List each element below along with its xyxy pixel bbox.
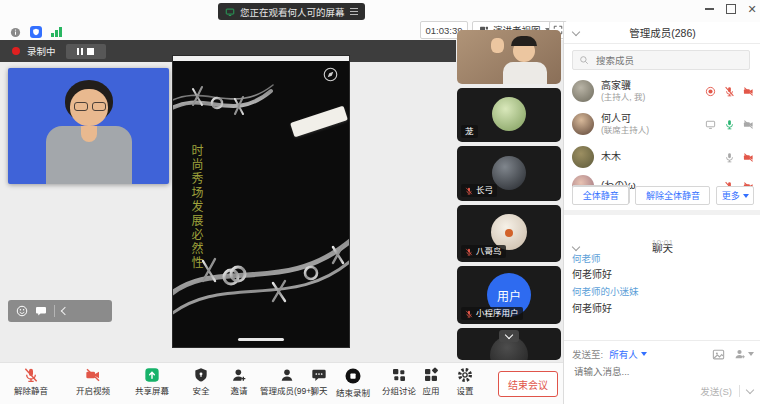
toolbar-apps-button[interactable]: 应用	[414, 367, 448, 396]
member-row[interactable]: 何人可 (联席主持人)	[572, 110, 754, 138]
video-thumbnail[interactable]: 长弓	[457, 146, 561, 201]
member-row[interactable]: 高家骥 (主持人, 我)	[572, 77, 754, 105]
protection-icon[interactable]	[30, 26, 42, 38]
camera-off-icon[interactable]	[743, 86, 754, 97]
send-to-label: 发送至:	[572, 347, 603, 361]
screen-share-status-icon	[225, 7, 235, 17]
video-thumbnail-partial[interactable]	[457, 328, 561, 360]
mic-on-icon[interactable]	[724, 119, 735, 130]
person-add-icon	[734, 348, 746, 360]
minimize-button[interactable]	[702, 3, 716, 15]
mic-icon[interactable]	[724, 152, 735, 163]
send-divider	[739, 385, 740, 397]
member-role: (主持人, 我)	[601, 92, 645, 103]
avatar	[572, 113, 594, 135]
smiley-icon[interactable]	[16, 305, 28, 317]
collapse-members-icon[interactable]	[572, 28, 580, 36]
camera-off-icon[interactable]	[743, 119, 754, 130]
video-thumbnail[interactable]: 八哥鸟	[457, 205, 561, 262]
unmute-all-button[interactable]: 解除全体静音	[635, 186, 710, 205]
recording-dot-icon	[12, 47, 20, 55]
presenter-glasses	[74, 102, 88, 111]
close-button[interactable]: ✕	[745, 3, 759, 15]
speaker-hand	[491, 38, 504, 53]
self-video-panel[interactable]	[8, 68, 169, 184]
section-divider	[564, 210, 760, 215]
participant-name: 茏	[465, 126, 474, 137]
speaker-hair	[511, 36, 537, 46]
recording-label: 录制中	[27, 44, 56, 58]
chat-sender[interactable]: 何老师的小迷妹	[572, 285, 639, 298]
mic-off-icon	[465, 187, 473, 195]
meeting-status-icons	[10, 26, 62, 38]
mic-off-icon	[465, 310, 473, 318]
send-image-icon[interactable]	[712, 348, 725, 361]
mic-off-icon	[23, 367, 39, 383]
participant-name: 小程序用户	[476, 308, 519, 319]
video-thumbnail-speaker[interactable]	[457, 30, 561, 84]
participant-name: 长弓	[476, 185, 493, 196]
video-thumbnail[interactable]: 用户 小程序用户	[457, 266, 561, 324]
private-chat-selector[interactable]	[734, 348, 754, 360]
avatar-detail	[505, 229, 513, 237]
search-icon	[579, 55, 589, 65]
shared-screen-slide: 时尚秀场发展必然性	[173, 56, 349, 347]
maximize-button[interactable]	[724, 3, 738, 15]
more-button[interactable]: 更多	[716, 186, 754, 205]
toolbar-invite-button[interactable]: 邀请	[222, 367, 256, 396]
stop-record-icon	[344, 367, 362, 385]
stop-recording-button[interactable]	[87, 48, 94, 55]
network-signal-icon[interactable]	[51, 27, 62, 37]
members-panel-header: 管理成员(286)	[564, 22, 760, 44]
gear-icon	[457, 367, 473, 383]
watching-screen-banner[interactable]: 您正在观看何人可的屏幕	[218, 3, 365, 20]
send-to-selector[interactable]: 所有人	[609, 347, 647, 361]
collapse-pill-icon[interactable]	[61, 307, 69, 315]
pill-divider	[54, 305, 55, 317]
scroll-more-button[interactable]	[499, 330, 519, 342]
toolbar-settings-button[interactable]: 设置	[448, 367, 482, 396]
home-indicator	[238, 338, 284, 341]
send-options-icon[interactable]	[746, 386, 754, 394]
composer-divider	[564, 340, 760, 341]
breakout-rooms-icon	[391, 367, 407, 383]
member-row[interactable]: 木木	[572, 145, 754, 169]
end-meeting-button[interactable]: 结束会议	[498, 371, 558, 397]
chat-bubble-icon	[311, 367, 327, 383]
person-icon	[279, 367, 295, 383]
toolbar-stop-recording-button[interactable]: 结束录制	[330, 367, 376, 398]
banner-menu-icon[interactable]	[350, 11, 358, 12]
camera-off-icon[interactable]	[743, 152, 754, 163]
watching-banner-text: 您正在观看何人可的屏幕	[240, 5, 345, 19]
toolbar-security-button[interactable]: 安全	[184, 367, 218, 396]
avatar	[492, 97, 526, 131]
member-role: (联席主持人)	[601, 125, 649, 136]
send-button[interactable]: 发送(S)	[700, 384, 732, 398]
toolbar-share-screen-button[interactable]: 共享屏幕	[128, 367, 176, 396]
chat-sender[interactable]: 何老师	[572, 252, 601, 265]
pause-recording-button[interactable]	[77, 48, 79, 55]
chat-message: 何老师好	[572, 268, 612, 281]
slide-vertical-title: 时尚秀场发展必然性	[189, 144, 203, 284]
info-icon[interactable]	[10, 27, 21, 38]
share-screen-icon	[144, 367, 160, 383]
mute-all-button[interactable]: 全体静音	[572, 186, 629, 205]
toolbar-unmute-button[interactable]: 解除静音	[6, 367, 56, 396]
avatar	[572, 146, 594, 168]
shield-icon	[193, 367, 209, 383]
speaker-shirt	[503, 62, 547, 84]
mic-off-icon	[465, 248, 473, 256]
participant-name: 八哥鸟	[476, 246, 502, 257]
mic-off-icon[interactable]	[724, 86, 735, 97]
person-add-icon	[231, 367, 247, 383]
toolbar-start-video-button[interactable]: 开启视频	[66, 367, 120, 396]
search-input[interactable]	[594, 54, 728, 67]
video-thumbnail[interactable]: 茏	[457, 88, 561, 142]
recording-indicator-icon	[705, 86, 716, 97]
chat-input[interactable]	[572, 365, 756, 378]
reaction-toolbar	[8, 300, 112, 322]
screen-sharing-icon	[705, 119, 716, 130]
quick-chat-icon[interactable]	[35, 305, 47, 317]
chat-message: 何老师好	[572, 302, 612, 315]
member-search-box[interactable]	[572, 50, 750, 70]
